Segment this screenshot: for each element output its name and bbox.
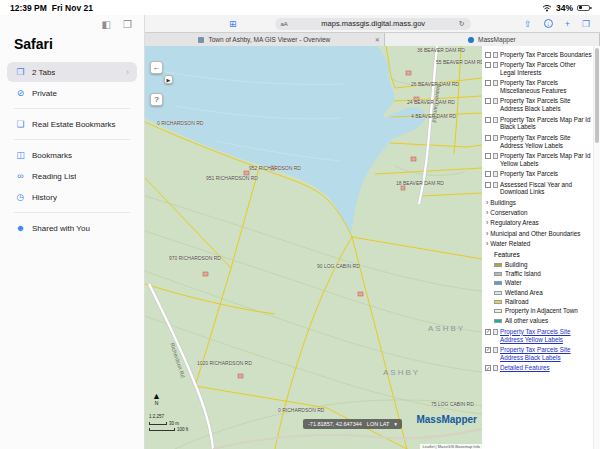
layer-row[interactable]: Property Tax Parcels Map Par Id Black La…	[485, 116, 592, 132]
layer-checkbox-checked[interactable]: ✓	[485, 365, 491, 371]
folder-label: Conservation	[490, 209, 592, 217]
sidebar-item-label: 2 Tabs	[32, 68, 55, 77]
active-layer-row[interactable]: ✓ Property Tax Parcels Site Address Blac…	[485, 346, 592, 362]
layer-label: Property Tax Parcels Map Par Id Yellow L…	[500, 152, 592, 168]
layer-row[interactable]: Assessed Fiscal Year and Download Links	[485, 181, 592, 197]
sidebar-item[interactable]: ◷ History	[7, 187, 137, 207]
legend-item: Water	[494, 279, 592, 287]
layer-folder-row[interactable]: › Regulatory Areas	[486, 219, 592, 227]
map-attribution[interactable]: Leaflet | MassGIS Basemap Info	[420, 444, 482, 449]
layer-label: Assessed Fiscal Year and Download Links	[500, 181, 592, 197]
layer-checkbox[interactable]	[485, 117, 491, 123]
legend-item: Wetland Area	[494, 289, 592, 297]
layer-row[interactable]: Property Tax Parcels Map Par Id Yellow L…	[485, 152, 592, 168]
active-layer-row[interactable]: ✓ Property Tax Parcels Site Address Yell…	[485, 328, 592, 344]
downloads-icon[interactable]: ↓	[544, 19, 553, 28]
sidebar-toggle-icon[interactable]: ◧	[102, 19, 111, 30]
parcel-address-label: 970 RICHARDSON RD	[169, 255, 221, 261]
layer-row[interactable]: Property Tax Parcels Site Address Yellow…	[485, 134, 592, 150]
new-tab-icon[interactable]: +	[565, 19, 570, 29]
layer-folder-row[interactable]: › Conservation	[486, 209, 592, 217]
layer-row[interactable]: Property Tax Parcels Boundaries	[485, 51, 592, 59]
map-canvas[interactable]	[145, 46, 482, 449]
map-viewport[interactable]: 36 BEAVER DAM RD 55 BEAVER DAM RD 26 BEA…	[145, 46, 482, 449]
layer-row[interactable]: Property Tax Parcels	[485, 170, 592, 178]
bookmarks-icon: ◫	[15, 150, 26, 160]
layer-folder-row[interactable]: › Municipal and Other Boundaries	[486, 230, 592, 238]
legend-swatch	[494, 300, 502, 304]
sidebar-item[interactable]: ❏ Real Estate Bookmarks	[7, 114, 137, 134]
tab-massmapper[interactable]: MassMapper	[385, 33, 600, 46]
layer-checkbox-checked[interactable]: ✓	[485, 347, 491, 353]
help-button[interactable]: ?	[150, 93, 163, 106]
layer-label: Property Tax Parcels Other Legal Interes…	[500, 61, 592, 77]
layer-checkbox[interactable]	[485, 52, 491, 58]
scrollbar-thumb[interactable]	[595, 48, 599, 143]
divider	[14, 139, 130, 140]
wifi-icon	[542, 4, 552, 12]
active-layer-row[interactable]: ✓ Detailed Features	[485, 364, 592, 372]
layer-doc-icon	[493, 347, 498, 353]
dropdown-icon[interactable]: ▾	[394, 421, 397, 427]
layer-doc-icon	[493, 329, 498, 335]
active-layer-link[interactable]: Detailed Features	[500, 364, 592, 372]
browser-window: ⊞ aA maps.massgis.digital.mass.gov ↻ ⇧ ↓…	[145, 15, 600, 449]
layer-row[interactable]: Property Tax Parcels Miscellaneous Featu…	[485, 79, 592, 95]
chevron-right-icon[interactable]: ›	[486, 230, 488, 237]
panel-scrollbar[interactable]	[593, 46, 600, 449]
address-bar[interactable]: aA maps.massgis.digital.mass.gov ↻	[275, 18, 471, 30]
close-icon[interactable]: ✕	[375, 36, 380, 43]
show-tabs-icon[interactable]: ❐	[582, 19, 590, 29]
chevron-right-icon[interactable]: ›	[486, 219, 488, 226]
chevron-right-icon[interactable]: ›	[486, 240, 488, 247]
layer-folder-row[interactable]: › Buildings	[486, 199, 592, 207]
reading-list-icon: ∞	[15, 171, 26, 181]
parcel-address-label: 24 BEAVER DAM RD	[407, 99, 455, 105]
layer-doc-icon	[493, 52, 498, 58]
page-settings-icon[interactable]: aA	[281, 21, 288, 27]
sidebar-item[interactable]: ∞ Reading List	[7, 166, 137, 186]
reload-icon[interactable]: ↻	[459, 20, 465, 28]
layer-doc-icon	[493, 171, 498, 177]
layer-checkbox[interactable]	[485, 98, 491, 104]
layer-checkbox[interactable]	[485, 171, 491, 177]
layer-checkbox-checked[interactable]: ✓	[485, 329, 491, 335]
layer-checkbox[interactable]	[485, 182, 491, 188]
back-button[interactable]: ←	[150, 61, 163, 74]
parcel-address-label: 1020 RICHARDSON RD	[197, 360, 252, 366]
chevron-right-icon[interactable]: ›	[486, 199, 488, 206]
scale-bar-imperial	[149, 428, 175, 431]
layer-checkbox[interactable]	[485, 153, 491, 159]
layer-doc-icon	[493, 80, 498, 86]
tabs-icon: ❐	[15, 67, 26, 77]
legend-swatch	[494, 263, 502, 267]
chevron-right-icon[interactable]: ›	[486, 209, 488, 216]
expand-button[interactable]: ▶	[164, 75, 173, 84]
parcel-address-label: 75 LOG CABIN RD	[431, 401, 474, 407]
chevron-right-icon: ›	[126, 67, 129, 77]
layer-checkbox[interactable]	[485, 80, 491, 86]
sidebar-title: Safari	[14, 36, 144, 52]
coordinate-readout[interactable]: -71.81857, 42.647344 LON LAT ▾	[303, 419, 402, 429]
tab-groups-icon[interactable]: ⊞	[229, 19, 237, 29]
layer-folder-row[interactable]: › Water Related	[486, 240, 592, 248]
parcel-address-label: 36 BEAVER DAM RD	[417, 47, 465, 53]
legend-swatch	[494, 319, 502, 323]
active-layer-link[interactable]: Property Tax Parcels Site Address Yellow…	[500, 328, 592, 344]
coordinate-mode[interactable]: LON LAT	[367, 421, 390, 427]
layer-row[interactable]: Property Tax Parcels Site Address Black …	[485, 97, 592, 113]
layer-checkbox[interactable]	[485, 62, 491, 68]
sidebar-item[interactable]: ❐ 2 Tabs ›	[7, 62, 137, 82]
url-text[interactable]: maps.massgis.digital.mass.gov	[293, 19, 454, 28]
sidebar-item[interactable]: ☻ Shared with You	[7, 218, 137, 238]
legend-item: Property in Adjacent Town	[494, 307, 592, 315]
tab-overview-icon[interactable]: ❐	[123, 19, 132, 30]
share-icon[interactable]: ⇧	[524, 19, 532, 29]
layer-row[interactable]: Property Tax Parcels Other Legal Interes…	[485, 61, 592, 77]
active-layer-link[interactable]: Property Tax Parcels Site Address Black …	[500, 346, 592, 362]
sidebar-item[interactable]: ⊘ Private ›	[7, 83, 137, 103]
sidebar-item[interactable]: ◫ Bookmarks	[7, 145, 137, 165]
sidebar-item-label: Shared with You	[32, 224, 90, 233]
layer-checkbox[interactable]	[485, 135, 491, 141]
tab-town-of-ashby[interactable]: Town of Ashby, MA GIS Viewer - Overview …	[145, 33, 385, 46]
